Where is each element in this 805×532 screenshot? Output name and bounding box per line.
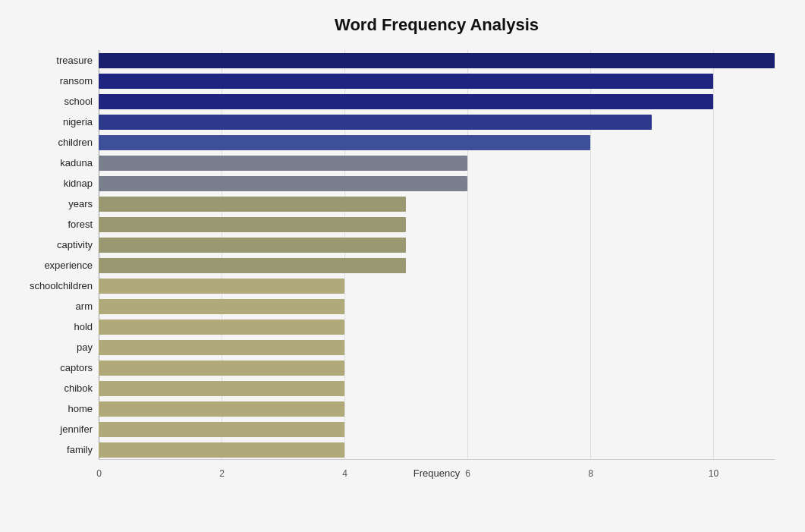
bar-row: years — [99, 196, 775, 212]
bar-row: school — [99, 93, 775, 110]
bar-label: captivity — [5, 239, 93, 250]
bar-row: experience — [99, 257, 775, 274]
bar — [99, 442, 344, 458]
bar-row: chibok — [99, 380, 775, 397]
chart-area: 0246810 treasureransomschoolnigeriachild… — [99, 50, 775, 483]
x-axis-label: Frequency — [414, 467, 460, 479]
bar-label: schoolchildren — [5, 280, 93, 291]
bar — [99, 197, 406, 212]
grid-label: 10 — [709, 468, 719, 479]
chart-container: Word Frequency Analysis 0246810 treasure… — [0, 0, 805, 532]
bar-label: school — [5, 96, 93, 107]
bar-row: forest — [99, 216, 775, 233]
bar — [99, 135, 590, 150]
bar-row: jennifer — [99, 421, 775, 438]
chart-title: Word Frequency Analysis — [99, 15, 775, 35]
bar — [99, 217, 406, 232]
bar-label: nigeria — [5, 116, 93, 127]
bar-row: pay — [99, 339, 775, 356]
bar — [99, 156, 467, 171]
bar-label: pay — [5, 342, 93, 353]
bar-label: kaduna — [5, 157, 93, 168]
bar-label: hold — [5, 321, 93, 332]
grid-label: 8 — [588, 468, 593, 479]
bar-row: kidnap — [99, 175, 775, 192]
bar-row: schoolchildren — [99, 278, 775, 294]
x-axis-line — [99, 459, 775, 460]
bar-label: experience — [5, 260, 93, 271]
bar-row: children — [99, 134, 775, 151]
bar-row: ransom — [99, 73, 775, 90]
bar — [99, 401, 344, 417]
bar — [99, 340, 344, 355]
bar — [99, 176, 467, 191]
bar-label: chibok — [5, 382, 93, 394]
bar-label: forest — [5, 219, 93, 230]
bar-label: years — [5, 198, 93, 209]
bar-row: treasure — [99, 52, 775, 69]
grid-label: 2 — [219, 468, 225, 479]
grid-label: 4 — [342, 468, 347, 479]
bar-row: home — [99, 401, 775, 417]
bar-label: arm — [5, 301, 93, 312]
bar — [99, 422, 344, 437]
bar — [99, 320, 344, 335]
bar-label: jennifer — [5, 423, 93, 435]
bar-row: kaduna — [99, 155, 775, 172]
bar-row: captivity — [99, 237, 775, 253]
bar — [99, 258, 406, 273]
grid-label: 6 — [465, 468, 470, 479]
bar — [99, 381, 344, 396]
bar — [99, 360, 344, 376]
bar-label: kidnap — [5, 178, 93, 189]
bar-label: family — [5, 444, 93, 455]
bars-wrapper: treasureransomschoolnigeriachildrenkadun… — [99, 50, 775, 460]
bar — [99, 115, 652, 130]
bar-label: home — [5, 403, 93, 414]
bar-label: ransom — [5, 75, 93, 87]
bar — [99, 279, 344, 294]
bar-label: captors — [5, 362, 93, 373]
grid-label: 0 — [96, 468, 102, 479]
bar-row: family — [99, 442, 775, 458]
bar — [99, 74, 713, 89]
bar-label: children — [5, 137, 93, 148]
bar — [99, 94, 713, 109]
bar-row: arm — [99, 298, 775, 315]
bar-row: nigeria — [99, 114, 775, 131]
bar — [99, 238, 406, 253]
bar — [99, 53, 775, 68]
bar-row: captors — [99, 360, 775, 376]
bar-label: treasure — [5, 55, 93, 66]
bar — [99, 299, 344, 314]
bar-row: hold — [99, 319, 775, 335]
